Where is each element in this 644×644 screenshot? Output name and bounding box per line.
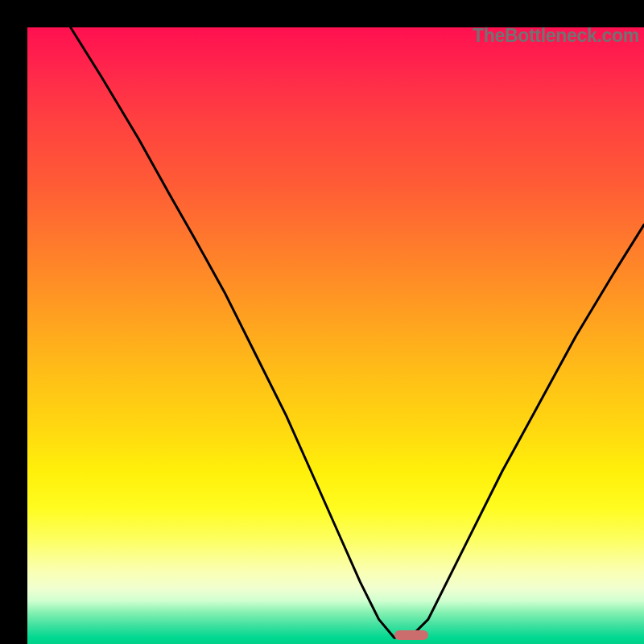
plot-area: TheBottleneck.com	[27, 27, 644, 644]
bottleneck-curve	[27, 27, 644, 644]
optimal-range-marker	[394, 630, 428, 640]
chart-frame: TheBottleneck.com	[0, 0, 644, 644]
